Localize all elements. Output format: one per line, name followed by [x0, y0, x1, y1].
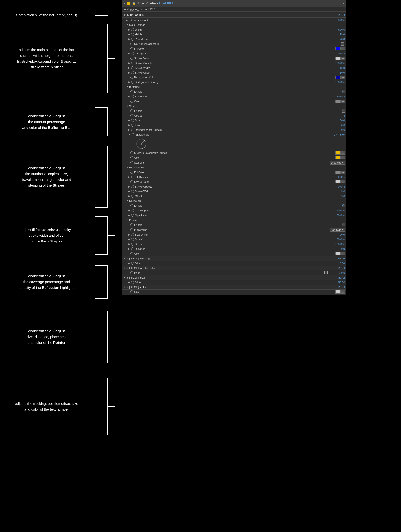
row-back-fill-opacity[interactable]: ▶ Fill Opacity 0,0 %	[122, 175, 346, 179]
bg-color-swatch[interactable]	[335, 76, 341, 79]
row-reflection-enable[interactable]: Enable	[122, 203, 346, 208]
row-completion[interactable]: ▶ Completion % 50,0 %	[122, 18, 346, 22]
stripes-color-swatch[interactable]	[335, 156, 341, 159]
row-stripes-stepping[interactable]: Stepping Disabled ▾	[122, 160, 346, 165]
pointer-color-reset[interactable]: ⇒	[341, 252, 345, 255]
fill-opacity-value[interactable]: 100,0 %	[328, 52, 345, 55]
panel-menu-button[interactable]: ≡	[343, 2, 345, 5]
pointer-size-x-value[interactable]: 100,0 %	[328, 238, 345, 241]
stripes-enable-checkbox[interactable]	[342, 109, 345, 113]
row-stripes-enable[interactable]: Enable	[122, 108, 346, 113]
row-reflection-coverage[interactable]: ▶ Coverage % 40,0 %	[122, 208, 346, 213]
row-skew-bar[interactable]: Skew Bar along with Stripes ⇒	[122, 151, 346, 155]
pointer-enable-checkbox[interactable]	[342, 223, 345, 227]
back-fill-color-swatch[interactable]	[335, 171, 341, 174]
row-fill-color[interactable]: Fill Color ⇒	[122, 46, 346, 51]
back-stroke-opacity-value[interactable]: 0,0 %	[328, 185, 345, 188]
reflection-enable-checkbox[interactable]	[342, 204, 345, 207]
bg-color-reset[interactable]: ⇒	[341, 76, 345, 79]
stroke-width-value[interactable]: 18,0	[328, 66, 345, 69]
row-bg-color[interactable]: Background Color ⇒	[122, 75, 346, 80]
row-reflection-header[interactable]: ▼ Reflection	[122, 198, 346, 203]
buffering-enable-checkbox[interactable]	[342, 90, 345, 93]
buffering-color-swatch[interactable]	[335, 100, 341, 103]
row-back-fill-color[interactable]: Fill Color ⇒	[122, 170, 346, 175]
fill-color-swatch[interactable]	[335, 47, 341, 51]
row-back-stripes-header[interactable]: ▼ Back Stripes	[122, 165, 346, 170]
stripes-roundness-value[interactable]: 0,0	[328, 128, 345, 131]
row-text-color[interactable]: Color ⇒	[122, 290, 346, 294]
row-tracking-slider[interactable]: ▶ Slider 0,00	[122, 261, 346, 266]
row-stripes-size[interactable]: ▶ Size 50,0	[122, 118, 346, 123]
pointer-size-y-value[interactable]: 100,0 %	[328, 243, 345, 246]
row-fill-opacity[interactable]: ▶ Fill Opacity 100,0 %	[122, 51, 346, 56]
back-stroke-color-swatch[interactable]	[335, 180, 341, 184]
row-stripes-roundness[interactable]: ▶ Roundness (of Stripes) 0,0	[122, 127, 346, 132]
height-value[interactable]: 75,0	[328, 33, 345, 36]
row-pointer-placement[interactable]: Placement Top Side ▾	[122, 227, 346, 232]
row-width[interactable]: ▶ Width 500,0	[122, 27, 346, 32]
row-stroke-color[interactable]: Stroke Color ⇒	[122, 56, 346, 61]
effects-panel[interactable]: ▼ fx fx LoadUP Reset ▶ Completion % 50,0…	[122, 12, 346, 295]
row-stripes-travel[interactable]: ▶ Travel 0,0	[122, 123, 346, 127]
row-pointer-header[interactable]: ▼ Pointer	[122, 218, 346, 222]
position-point-value[interactable]: 0,0,0,0	[328, 271, 345, 274]
row-back-stroke-color[interactable]: Stroke Color ⇒	[122, 179, 346, 184]
row-stroke-opacity[interactable]: ▶ Stroke Opacity 100,0 %	[122, 61, 346, 65]
skew-dial[interactable]	[136, 139, 147, 149]
pointer-distance-value[interactable]: 30,0	[328, 247, 345, 250]
row-size-slider[interactable]: ▶ Slider 50,00	[122, 280, 346, 285]
skew-bar-reset[interactable]: ⇒	[341, 151, 345, 155]
stroke-opacity-value[interactable]: 100,0 %	[328, 62, 345, 64]
back-offset-value[interactable]: 5,0	[328, 195, 345, 197]
fx-tracking-reset[interactable]: Reset	[338, 257, 345, 260]
width-value[interactable]: 500,0	[328, 28, 345, 31]
row-pointer-color[interactable]: Color ⇒	[122, 251, 346, 256]
fx-position-reset[interactable]: Reset	[338, 266, 345, 269]
row-main-settings-header[interactable]: ▼ Main Settings	[122, 22, 346, 27]
back-stroke-color-reset[interactable]: ⇒	[341, 180, 345, 184]
back-stroke-width-value[interactable]: 5,0	[328, 190, 345, 193]
checkbox-roundness-tip[interactable]	[341, 42, 344, 46]
loadup-reset-button[interactable]: Reset	[338, 14, 345, 17]
row-reflection-opacity[interactable]: ▶ Opacity % 60,0 %	[122, 213, 346, 218]
close-button[interactable]: ×	[124, 2, 125, 5]
row-buffering-amount[interactable]: ▶ Amount % 60,0 %	[122, 94, 346, 99]
text-color-reset[interactable]: ⇒	[341, 290, 345, 294]
row-stripes-skew[interactable]: ▼ Skew Angle 0 x+45,0°	[122, 132, 346, 137]
buffering-color-reset[interactable]: ⇒	[341, 100, 345, 103]
text-color-swatch[interactable]	[335, 290, 341, 294]
row-back-offset[interactable]: ▶ Offset 5,0	[122, 194, 346, 198]
row-pointer-enable[interactable]: Enable	[122, 222, 346, 227]
pointer-size-uni-value[interactable]: 90,0	[328, 233, 345, 236]
tracking-slider-value[interactable]: 0,00	[328, 262, 345, 265]
bg-opacity-value[interactable]: 100,0 %	[328, 81, 345, 84]
roundness-value[interactable]: 20,0	[328, 38, 345, 41]
completion-value[interactable]: 50,0 %	[328, 19, 345, 21]
row-pointer-size-y[interactable]: ▶ Size Y 100,0 %	[122, 242, 346, 247]
row-pointer-size-x[interactable]: ▶ Size X 100,0 %	[122, 237, 346, 242]
row-back-stroke-width[interactable]: ▶ Stroke Width 5,0	[122, 189, 346, 194]
reflection-coverage-value[interactable]: 40,0 %	[328, 209, 345, 212]
row-buffering-enable[interactable]: Enable	[122, 89, 346, 94]
skew-bar-swatch[interactable]	[335, 151, 341, 155]
reflection-opacity-value[interactable]: 60,0 %	[328, 214, 345, 217]
stripes-copies-value[interactable]: 4	[328, 114, 345, 117]
row-bg-opacity[interactable]: ▶ Background Opacity 100,0 %	[122, 80, 346, 85]
fx-color-reset[interactable]: Reset	[338, 286, 345, 289]
row-stroke-offset[interactable]: ▶ Stroke Offset 10,0	[122, 70, 346, 75]
row-buffering-header[interactable]: ▼ Buffering	[122, 85, 346, 89]
back-fill-color-reset[interactable]: ⇒	[341, 171, 345, 174]
stroke-offset-value[interactable]: 10,0	[328, 71, 345, 74]
row-buffering-color[interactable]: Color ⇒	[122, 99, 346, 104]
pointer-placement-dropdown[interactable]: Top Side ▾	[330, 228, 345, 232]
row-pointer-distance[interactable]: ▶ Distance 30,0	[122, 247, 346, 251]
stroke-color-swatch[interactable]	[335, 57, 341, 60]
row-height[interactable]: ▶ Height 75,0	[122, 32, 346, 37]
stripes-color-reset[interactable]: ⇒	[341, 156, 345, 159]
row-roundness-tip[interactable]: Roundness affects tip	[122, 42, 346, 46]
row-roundness[interactable]: ▶ Roundness 20,0	[122, 37, 346, 42]
buffering-amount-value[interactable]: 60,0 %	[328, 95, 345, 98]
pointer-color-swatch[interactable]	[335, 252, 341, 255]
fx-size-reset[interactable]: Reset	[338, 276, 345, 279]
